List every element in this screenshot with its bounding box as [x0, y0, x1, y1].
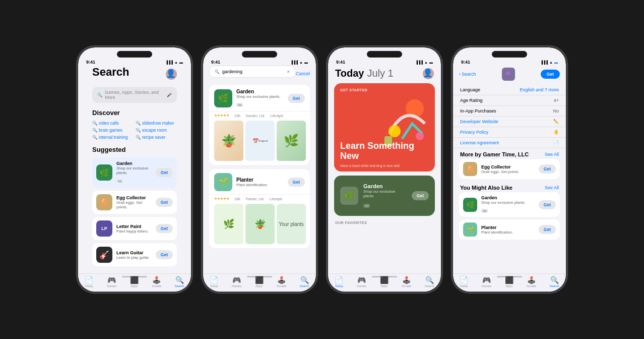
- tab-today[interactable]: 📄Today: [460, 276, 468, 288]
- app-desc: Shop our exclusive plants.: [116, 166, 152, 175]
- get-button-garden[interactable]: Get: [156, 168, 173, 177]
- get-button-letter[interactable]: Get: [156, 224, 173, 233]
- tab-search[interactable]: 🔍Search: [175, 276, 184, 288]
- status-bar: 9:41 ▐▐▐ ▲ ▬: [453, 58, 566, 66]
- tab-apps[interactable]: ⬛Apps: [255, 276, 264, 288]
- screenshot-3: 🌿: [277, 121, 306, 161]
- discover-label: interval training: [99, 135, 128, 140]
- tab-games[interactable]: 🎮Games: [357, 276, 366, 288]
- app-card-info: Garden Shop our exclusive plants. Ad: [363, 183, 407, 209]
- result-desc: Plant identification.: [236, 183, 284, 187]
- tab-games[interactable]: 🎮Games: [482, 276, 491, 288]
- status-bar: 9:41 ▐▐▐ ▲ ▬: [78, 58, 191, 66]
- get-button[interactable]: Get: [288, 94, 305, 103]
- review-count: 18K: [234, 197, 240, 201]
- see-all-might[interactable]: See All: [545, 185, 559, 190]
- tab-games[interactable]: 🎮Games: [107, 276, 116, 288]
- search-bar[interactable]: 🔍 Games, Apps, Stories, and More 🎤: [92, 87, 177, 103]
- search-tab-icon: 🔍: [175, 276, 184, 284]
- search-icon-sm: 🔍: [92, 128, 98, 133]
- app-info: Learn Guitar Learn to play guitar.: [116, 250, 152, 260]
- app-name: Egg Collector: [116, 195, 152, 200]
- tab-arcade[interactable]: 🕹️Arcade: [402, 276, 411, 288]
- app-name: Garden: [116, 161, 152, 166]
- tab-today[interactable]: 📄Today: [335, 276, 343, 288]
- result-meta: ★★★★★ 23K Garden, Ltd. Lifestyle: [209, 111, 310, 121]
- get-button-guitar[interactable]: Get: [156, 250, 173, 259]
- avatar[interactable]: 👤: [166, 69, 177, 80]
- tab-apps[interactable]: ⬛Apps: [505, 276, 513, 288]
- detail-get-button[interactable]: Get: [541, 70, 560, 79]
- discover-item[interactable]: 🔍video calls: [92, 121, 134, 126]
- discover-item[interactable]: 🔍slideshow maker: [136, 121, 177, 126]
- tab-search[interactable]: 🔍Search: [425, 276, 434, 288]
- get-button[interactable]: Get: [539, 200, 556, 209]
- tab-apps[interactable]: ⬛Apps: [380, 276, 389, 288]
- signal-icon: ▐▐▐: [540, 61, 548, 64]
- tab-today[interactable]: 📄Today: [210, 276, 218, 288]
- get-button[interactable]: Get: [288, 178, 305, 187]
- discover-label: slideshow maker: [142, 121, 174, 126]
- today-tab-icon: 📄: [210, 276, 218, 284]
- discover-item[interactable]: 🔍interval training: [92, 135, 134, 140]
- get-button[interactable]: Get: [539, 225, 556, 234]
- more-app-icon: 🥚: [463, 162, 477, 176]
- tab-arcade[interactable]: 🕹️Arcade: [277, 276, 286, 288]
- search-tab-icon: 🔍: [550, 276, 559, 284]
- get-button[interactable]: Get: [539, 164, 556, 174]
- stars: ★★★★★: [214, 114, 229, 118]
- tab-arcade[interactable]: 🕹️Arcade: [527, 276, 536, 288]
- discover-item[interactable]: 🔍escape room: [136, 128, 177, 133]
- discover-label: recipe saver: [142, 135, 165, 140]
- discover-item[interactable]: 🔍brain games: [92, 128, 134, 133]
- detail-row-privacy[interactable]: Privacy Policy 🤚: [453, 127, 566, 138]
- battery-icon: ▬: [554, 61, 558, 64]
- tab-games[interactable]: 🎮Games: [232, 276, 241, 288]
- hero-card[interactable]: GET STARTED Learn Something New Have a b…: [334, 83, 435, 172]
- detail-label: Developer Website: [460, 119, 498, 124]
- back-button[interactable]: ‹ Search: [459, 72, 476, 77]
- get-button-egg[interactable]: Get: [156, 198, 173, 207]
- app-card-today[interactable]: 🌿 Garden Shop our exclusive plants. Ad G…: [334, 176, 435, 216]
- cancel-button[interactable]: Cancel: [296, 71, 310, 76]
- result-card-garden[interactable]: 🌿 Garden Shop our exclusive plants. Ad G…: [209, 85, 310, 165]
- more-app-item-egg[interactable]: 🥚 Egg Collector Grab eggs. Get points. G…: [459, 159, 560, 179]
- discover-label: brain games: [99, 128, 122, 133]
- suggested-item-egg[interactable]: 🥚 Egg Collector Grab eggs. Get points. G…: [92, 191, 177, 214]
- detail-row-dev-website[interactable]: Developer Website ✏️: [453, 117, 566, 127]
- might-also-item-garden[interactable]: 🌿 Garden Shop our exclusive plants. Ad G…: [459, 192, 560, 217]
- tab-label: Search: [300, 285, 309, 288]
- suggested-item-guitar[interactable]: 🎸 Learn Guitar Learn to play guitar. Get: [92, 243, 177, 266]
- doc-icon: 📄: [553, 140, 559, 145]
- avatar[interactable]: 👤: [423, 68, 434, 79]
- home-indicator: [497, 276, 522, 277]
- dynamic-island: [492, 51, 527, 58]
- ad-badge: Ad: [236, 103, 243, 107]
- tab-today[interactable]: 📄Today: [85, 276, 93, 288]
- suggested-item-garden[interactable]: 🌿 Garden Shop our exclusive plants. Ad G…: [92, 157, 177, 188]
- get-button-today[interactable]: Get: [412, 191, 429, 200]
- screenshot-row: 🌿 🪴 Your plants: [209, 204, 310, 248]
- result-name: Garden: [236, 89, 284, 94]
- home-indicator: [247, 276, 272, 277]
- tab-search[interactable]: 🔍Search: [550, 276, 559, 288]
- discover-item[interactable]: 🔍recipe saver: [136, 135, 177, 140]
- search-icon-sm: 🔍: [136, 128, 141, 133]
- see-all-more[interactable]: See All: [545, 152, 559, 157]
- suggested-item-letter[interactable]: LP Letter Paint Paint happy letters. Get: [92, 217, 177, 240]
- search-tab-icon: 🔍: [300, 276, 309, 284]
- might-also-header: You Might Also Like See All: [453, 182, 566, 192]
- clear-icon[interactable]: ✕: [287, 70, 290, 74]
- tab-search[interactable]: 🔍Search: [300, 276, 309, 288]
- result-desc: Shop our exclusive plants.: [236, 94, 284, 99]
- app-desc: Grab eggs. Get points.: [481, 170, 535, 174]
- more-by-header: More by Gamer Time, LLC See All: [453, 148, 566, 159]
- tab-label: Apps: [380, 285, 388, 288]
- tab-arcade[interactable]: 🕹️Arcade: [152, 276, 161, 288]
- result-card-planter[interactable]: 🌱 Planter Plant identification. Get ★★★★…: [209, 169, 310, 248]
- tab-label: Games: [482, 285, 491, 288]
- screenshot-1: 🪴: [214, 121, 243, 161]
- detail-row-license[interactable]: License Agreement 📄: [453, 138, 566, 148]
- might-also-item-planter[interactable]: 🌱 Planter Plant identification. Get: [459, 219, 560, 240]
- tab-apps[interactable]: ⬛Apps: [130, 276, 139, 288]
